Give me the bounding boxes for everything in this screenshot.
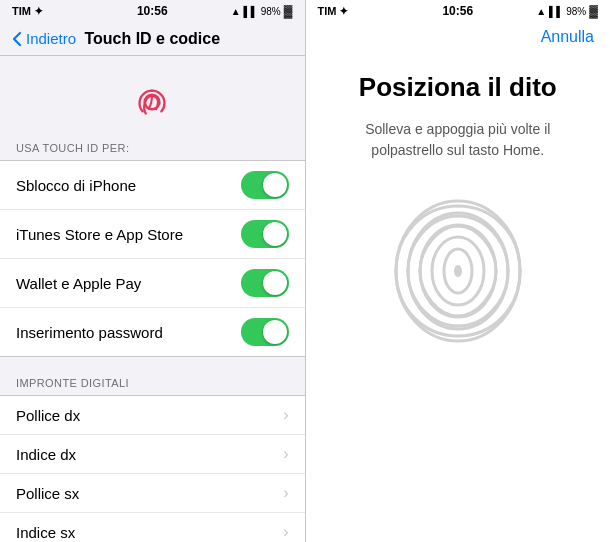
right-title: Posiziona il dito <box>359 72 557 103</box>
svg-point-6 <box>454 265 462 277</box>
section-label-fingerprints: IMPRONTE DIGITALI <box>0 377 305 395</box>
toggle-row-2[interactable]: Wallet e Apple Pay <box>0 259 305 308</box>
status-bar-right: TIM ✦ 10:56 ▲ ▌▌ 98% ▓ <box>306 0 611 22</box>
toggle-label-1: iTunes Store e App Store <box>16 226 183 243</box>
back-label: Indietro <box>26 30 76 47</box>
wifi-icon-right: ▲ <box>536 6 546 17</box>
wifi-icon-left: ▲ <box>231 6 241 17</box>
back-button[interactable]: Indietro <box>12 30 76 47</box>
touchid-icon <box>126 76 178 128</box>
fingerprint-icon-small <box>0 56 305 142</box>
toggle-2[interactable] <box>241 269 289 297</box>
cancel-button[interactable]: Annulla <box>541 28 594 46</box>
right-subtitle: Solleva e appoggia più volte il polpastr… <box>306 119 611 161</box>
list-label-2: Pollice sx <box>16 485 79 502</box>
toggle-row-1[interactable]: iTunes Store e App Store <box>0 210 305 259</box>
battery-text-right: 98% <box>566 6 586 17</box>
signal-icon-left: ▌▌ <box>244 6 258 17</box>
toggle-label-0: Sblocco di iPhone <box>16 177 136 194</box>
list-row-1[interactable]: Indice dx › <box>0 435 305 474</box>
chevron-icon-3: › <box>283 523 288 541</box>
time-right: 10:56 <box>442 4 473 18</box>
page-title: Touch ID e codice <box>84 30 220 48</box>
fingerprint-large-illustration <box>388 191 528 351</box>
battery-icon-left: ▓ <box>284 4 293 18</box>
touchid-settings-group: Sblocco di iPhone iTunes Store e App Sto… <box>0 160 305 357</box>
carrier-right: TIM ✦ <box>318 5 349 18</box>
toggle-3[interactable] <box>241 318 289 346</box>
list-row-2[interactable]: Pollice sx › <box>0 474 305 513</box>
list-label-3: Indice sx <box>16 524 75 541</box>
nav-bar-left: Indietro Touch ID e codice <box>0 22 305 56</box>
toggle-row-0[interactable]: Sblocco di iPhone <box>0 161 305 210</box>
toggle-label-2: Wallet e Apple Pay <box>16 275 141 292</box>
battery-text-left: 98% <box>261 6 281 17</box>
time-left: 10:56 <box>137 4 168 18</box>
toggle-label-3: Inserimento password <box>16 324 163 341</box>
signal-icon-right: ▌▌ <box>549 6 563 17</box>
list-row-0[interactable]: Pollice dx › <box>0 396 305 435</box>
toggle-row-3[interactable]: Inserimento password <box>0 308 305 356</box>
section-label-touchid: USA TOUCH ID PER: <box>0 142 305 160</box>
chevron-icon-1: › <box>283 445 288 463</box>
right-nav: Annulla <box>306 22 611 52</box>
toggle-1[interactable] <box>241 220 289 248</box>
fingerprints-list-group: Pollice dx › Indice dx › Pollice sx › In… <box>0 395 305 542</box>
list-label-1: Indice dx <box>16 446 76 463</box>
fingerprint-svg <box>388 194 528 349</box>
carrier-left: TIM ✦ <box>12 5 43 18</box>
right-panel: TIM ✦ 10:56 ▲ ▌▌ 98% ▓ Annulla Posiziona… <box>306 0 611 542</box>
back-chevron-icon <box>12 31 22 47</box>
battery-icon-right: ▓ <box>589 4 598 18</box>
left-panel: TIM ✦ 10:56 ▲ ▌▌ 98% ▓ Indietro Touch ID… <box>0 0 305 542</box>
chevron-icon-2: › <box>283 484 288 502</box>
status-bar-left: TIM ✦ 10:56 ▲ ▌▌ 98% ▓ <box>0 0 305 22</box>
list-row-3[interactable]: Indice sx › <box>0 513 305 542</box>
list-label-0: Pollice dx <box>16 407 80 424</box>
toggle-0[interactable] <box>241 171 289 199</box>
chevron-icon-0: › <box>283 406 288 424</box>
